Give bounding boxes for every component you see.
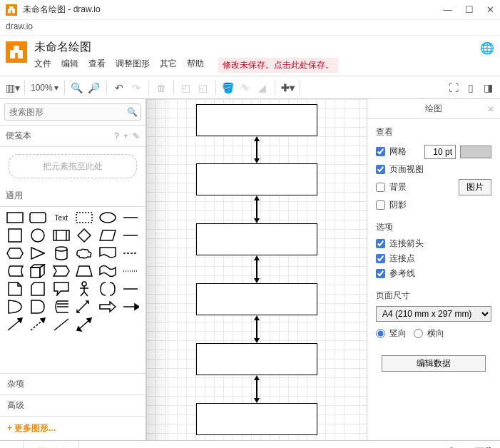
- shape-dashed[interactable]: [121, 245, 142, 261]
- shape-card[interactable]: [28, 281, 49, 297]
- shape-bracket[interactable]: [97, 281, 118, 297]
- close-panel-icon[interactable]: ✕: [487, 104, 494, 114]
- shape-thinarrow[interactable]: [121, 299, 142, 315]
- shadow-icon[interactable]: ◢: [256, 82, 269, 93]
- redo-icon[interactable]: ↷: [130, 82, 143, 93]
- shape-diamond[interactable]: [74, 228, 96, 243]
- menu-file[interactable]: 文件: [34, 58, 51, 73]
- misc-section[interactable]: 杂项: [0, 373, 146, 394]
- shape-rect[interactable]: [4, 210, 26, 225]
- shape-square[interactable]: [4, 228, 26, 243]
- shape-parallelogram[interactable]: [97, 228, 118, 243]
- flowchart-node[interactable]: [196, 283, 317, 315]
- shape-dotted[interactable]: [121, 263, 142, 279]
- shape-datastore[interactable]: [51, 299, 72, 315]
- fill-color-icon[interactable]: 🪣: [222, 82, 235, 93]
- document-title[interactable]: 未命名绘图: [34, 39, 480, 58]
- undo-icon[interactable]: ↶: [113, 82, 126, 93]
- insert-icon[interactable]: ✚▾: [281, 82, 294, 93]
- guides-checkbox[interactable]: 参考线: [376, 268, 491, 280]
- to-back-icon[interactable]: ◱: [197, 82, 210, 93]
- scratchpad-edit-icon[interactable]: ✎: [133, 131, 140, 141]
- zoom-out-icon[interactable]: 🔎: [88, 82, 101, 93]
- shape-line[interactable]: [121, 210, 142, 225]
- shape-plainline[interactable]: [51, 317, 72, 332]
- conn-arrows-checkbox[interactable]: 连接箭头: [376, 238, 491, 250]
- minimize-button[interactable]: —: [443, 4, 452, 15]
- shape-line2[interactable]: [121, 228, 142, 243]
- connector[interactable]: [256, 260, 257, 279]
- save-warning[interactable]: 修改未保存。点击此处保存。: [218, 58, 338, 73]
- shape-textbox[interactable]: [74, 210, 96, 225]
- maximize-button[interactable]: ☐: [465, 4, 474, 15]
- general-header[interactable]: 通用: [0, 185, 146, 207]
- advanced-section[interactable]: 高级: [0, 394, 146, 416]
- shape-ellipse[interactable]: [97, 210, 118, 225]
- language-icon[interactable]: 🌐: [480, 41, 494, 55]
- flowchart-node[interactable]: [196, 163, 317, 195]
- zoom-in-icon[interactable]: 🔍: [71, 82, 83, 93]
- shape-linearrow[interactable]: [4, 317, 26, 332]
- shape-cylinder[interactable]: [51, 245, 72, 261]
- shape-solidline[interactable]: [121, 281, 142, 297]
- conn-points-checkbox[interactable]: 连接点: [376, 253, 491, 265]
- grid-color-button[interactable]: [460, 146, 491, 158]
- shape-arrow[interactable]: [97, 299, 118, 315]
- connector[interactable]: [256, 320, 257, 339]
- shape-text[interactable]: Text: [51, 210, 72, 225]
- background-checkbox[interactable]: 背景: [376, 181, 407, 193]
- zoom-control[interactable]: 100%▾: [31, 83, 58, 93]
- shape-roundrect[interactable]: [28, 210, 49, 225]
- more-shapes-button[interactable]: + 更多图形...: [0, 416, 146, 440]
- background-image-button[interactable]: 图片: [459, 179, 491, 195]
- search-input[interactable]: [5, 104, 123, 120]
- shape-tape[interactable]: [97, 263, 118, 279]
- shape-cloud[interactable]: [74, 245, 96, 261]
- search-icon[interactable]: 🔍: [123, 104, 141, 120]
- shape-circle[interactable]: [28, 228, 49, 243]
- landscape-radio[interactable]: 横向: [414, 327, 444, 340]
- shape-actor[interactable]: [74, 281, 96, 297]
- delete-icon[interactable]: 🗑: [155, 82, 168, 93]
- flowchart-node[interactable]: [196, 403, 317, 435]
- menu-other[interactable]: 其它: [160, 58, 177, 73]
- outline-panel-icon[interactable]: ◨: [481, 82, 494, 93]
- canvas[interactable]: [146, 99, 367, 440]
- connector[interactable]: [256, 380, 257, 399]
- format-panel-icon[interactable]: ▯: [464, 82, 477, 93]
- shadow-checkbox[interactable]: 阴影: [376, 199, 491, 211]
- shape-note[interactable]: [4, 281, 26, 297]
- flowchart-node[interactable]: [196, 343, 317, 375]
- sidebar-toggle-icon[interactable]: ▥▾: [6, 82, 19, 93]
- page-tab-1[interactable]: 第 1 页: [24, 441, 79, 448]
- fullscreen-icon[interactable]: ⛶: [447, 82, 460, 93]
- scratchpad-dropzone[interactable]: 把元素拖至此处: [9, 154, 137, 178]
- shape-biarrow[interactable]: [74, 299, 96, 315]
- menu-help[interactable]: 帮助: [187, 58, 204, 73]
- shape-biarrow2[interactable]: [74, 317, 96, 332]
- to-front-icon[interactable]: ◰: [180, 82, 193, 93]
- connector[interactable]: [256, 200, 257, 219]
- shape-hexagon[interactable]: [4, 245, 26, 261]
- close-button[interactable]: ✕: [486, 4, 494, 15]
- scratchpad-add-icon[interactable]: +: [123, 131, 128, 141]
- shape-document[interactable]: [97, 245, 118, 261]
- shape-dasharrow[interactable]: [28, 317, 49, 332]
- shape-storage[interactable]: [4, 263, 26, 279]
- shape-step[interactable]: [51, 263, 72, 279]
- menu-adjust[interactable]: 调整图形: [116, 58, 150, 73]
- shape-callout[interactable]: [51, 281, 72, 297]
- page-menu-icon[interactable]: ⋮: [0, 441, 24, 448]
- shape-and[interactable]: [28, 299, 49, 315]
- shape-triangle[interactable]: [28, 245, 49, 261]
- scratchpad-help-icon[interactable]: ?: [114, 131, 119, 141]
- menu-edit[interactable]: 编辑: [61, 58, 78, 73]
- portrait-radio[interactable]: 竖向: [376, 327, 407, 340]
- scratchpad-header[interactable]: 便笺本 ?+✎: [0, 126, 146, 147]
- shape-trapezoid[interactable]: [74, 263, 96, 279]
- flowchart-node[interactable]: [196, 104, 317, 136]
- pagesize-select[interactable]: A4 (210 mm x 297 mm): [376, 306, 491, 322]
- grid-checkbox[interactable]: 网格: [376, 146, 407, 158]
- grid-size-input[interactable]: 10 pt: [424, 145, 456, 159]
- pageview-checkbox[interactable]: 页面视图: [376, 163, 491, 175]
